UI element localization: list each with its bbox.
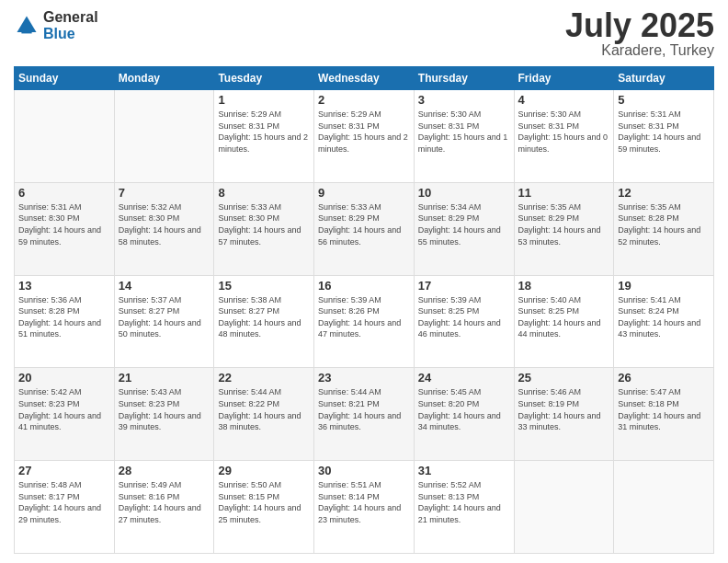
logo-text: General Blue: [43, 9, 98, 41]
day-info: Sunrise: 5:34 AMSunset: 8:29 PMDaylight:…: [418, 201, 510, 247]
day-info: Sunrise: 5:35 AMSunset: 8:28 PMDaylight:…: [618, 201, 710, 247]
day-number: 12: [618, 186, 710, 200]
calendar-cell: [614, 461, 714, 554]
calendar-cell: 5Sunrise: 5:31 AMSunset: 8:31 PMDaylight…: [614, 90, 714, 183]
day-info: Sunrise: 5:46 AMSunset: 8:19 PMDaylight:…: [518, 386, 610, 432]
calendar-day-header: Thursday: [414, 67, 514, 90]
day-number: 4: [518, 93, 610, 107]
day-info: Sunrise: 5:43 AMSunset: 8:23 PMDaylight:…: [119, 386, 210, 432]
calendar-cell: 4Sunrise: 5:30 AMSunset: 8:31 PMDaylight…: [514, 90, 614, 183]
day-number: 5: [618, 93, 710, 107]
day-info: Sunrise: 5:38 AMSunset: 8:27 PMDaylight:…: [218, 294, 310, 340]
logo-general: General: [43, 9, 98, 26]
header: General Blue July 2025 Karadere, Turkey: [14, 9, 714, 59]
day-info: Sunrise: 5:30 AMSunset: 8:31 PMDaylight:…: [418, 109, 510, 155]
day-info: Sunrise: 5:30 AMSunset: 8:31 PMDaylight:…: [518, 109, 610, 155]
calendar-cell: 19Sunrise: 5:41 AMSunset: 8:24 PMDayligh…: [614, 275, 714, 368]
calendar-cell: 21Sunrise: 5:43 AMSunset: 8:23 PMDayligh…: [114, 368, 214, 461]
calendar-week-row: 13Sunrise: 5:36 AMSunset: 8:28 PMDayligh…: [15, 275, 714, 368]
day-info: Sunrise: 5:40 AMSunset: 8:25 PMDaylight:…: [518, 294, 610, 340]
day-number: 14: [119, 279, 210, 293]
day-info: Sunrise: 5:51 AMSunset: 8:14 PMDaylight:…: [318, 479, 410, 525]
day-number: 20: [18, 371, 110, 385]
day-info: Sunrise: 5:41 AMSunset: 8:24 PMDaylight:…: [618, 294, 710, 340]
calendar-day-header: Wednesday: [314, 67, 415, 90]
day-number: 23: [318, 371, 410, 385]
day-info: Sunrise: 5:29 AMSunset: 8:31 PMDaylight:…: [318, 109, 410, 155]
calendar-header-row: SundayMondayTuesdayWednesdayThursdayFrid…: [15, 67, 714, 90]
logo: General Blue: [14, 9, 98, 41]
day-info: Sunrise: 5:45 AMSunset: 8:20 PMDaylight:…: [418, 386, 510, 432]
day-info: Sunrise: 5:42 AMSunset: 8:23 PMDaylight:…: [18, 386, 110, 432]
calendar-day-header: Monday: [114, 67, 214, 90]
day-info: Sunrise: 5:35 AMSunset: 8:29 PMDaylight:…: [518, 201, 610, 247]
calendar-week-row: 20Sunrise: 5:42 AMSunset: 8:23 PMDayligh…: [15, 368, 714, 461]
day-number: 31: [418, 464, 510, 477]
calendar-cell: 7Sunrise: 5:32 AMSunset: 8:30 PMDaylight…: [114, 182, 214, 275]
calendar-week-row: 6Sunrise: 5:31 AMSunset: 8:30 PMDaylight…: [15, 182, 714, 275]
day-info: Sunrise: 5:47 AMSunset: 8:18 PMDaylight:…: [618, 386, 710, 432]
logo-icon: [14, 13, 40, 39]
day-number: 6: [18, 186, 110, 200]
calendar-cell: 1Sunrise: 5:29 AMSunset: 8:31 PMDaylight…: [214, 90, 314, 183]
day-info: Sunrise: 5:49 AMSunset: 8:16 PMDaylight:…: [119, 479, 210, 525]
calendar-day-header: Saturday: [614, 67, 714, 90]
day-info: Sunrise: 5:48 AMSunset: 8:17 PMDaylight:…: [18, 479, 110, 525]
day-number: 7: [119, 186, 210, 200]
day-number: 30: [318, 464, 410, 477]
logo-blue: Blue: [43, 26, 98, 42]
page: General Blue July 2025 Karadere, Turkey …: [0, 0, 728, 563]
day-info: Sunrise: 5:29 AMSunset: 8:31 PMDaylight:…: [218, 109, 310, 155]
day-number: 17: [418, 279, 510, 293]
calendar-cell: 16Sunrise: 5:39 AMSunset: 8:26 PMDayligh…: [314, 275, 415, 368]
day-number: 21: [119, 371, 210, 385]
day-info: Sunrise: 5:33 AMSunset: 8:29 PMDaylight:…: [318, 201, 410, 247]
day-info: Sunrise: 5:44 AMSunset: 8:22 PMDaylight:…: [218, 386, 310, 432]
day-number: 25: [518, 371, 610, 385]
day-info: Sunrise: 5:37 AMSunset: 8:27 PMDaylight:…: [119, 294, 210, 340]
day-number: 26: [618, 371, 710, 385]
day-number: 8: [218, 186, 310, 200]
day-info: Sunrise: 5:32 AMSunset: 8:30 PMDaylight:…: [119, 201, 210, 247]
day-info: Sunrise: 5:31 AMSunset: 8:30 PMDaylight:…: [18, 201, 110, 247]
day-info: Sunrise: 5:52 AMSunset: 8:13 PMDaylight:…: [418, 479, 510, 525]
day-info: Sunrise: 5:31 AMSunset: 8:31 PMDaylight:…: [618, 109, 710, 155]
day-number: 16: [318, 279, 410, 293]
title-block: July 2025 Karadere, Turkey: [565, 9, 714, 59]
calendar-cell: 6Sunrise: 5:31 AMSunset: 8:30 PMDaylight…: [15, 182, 115, 275]
calendar-week-row: 27Sunrise: 5:48 AMSunset: 8:17 PMDayligh…: [15, 461, 714, 554]
day-info: Sunrise: 5:50 AMSunset: 8:15 PMDaylight:…: [218, 479, 310, 525]
calendar-cell: 15Sunrise: 5:38 AMSunset: 8:27 PMDayligh…: [214, 275, 314, 368]
day-number: 13: [18, 279, 110, 293]
day-number: 3: [418, 93, 510, 107]
calendar-cell: 9Sunrise: 5:33 AMSunset: 8:29 PMDaylight…: [314, 182, 415, 275]
day-info: Sunrise: 5:39 AMSunset: 8:25 PMDaylight:…: [418, 294, 510, 340]
calendar-cell: 11Sunrise: 5:35 AMSunset: 8:29 PMDayligh…: [514, 182, 614, 275]
calendar-day-header: Sunday: [15, 67, 115, 90]
calendar-cell: [514, 461, 614, 554]
calendar-cell: [15, 90, 115, 183]
day-number: 27: [18, 464, 110, 477]
day-number: 19: [618, 279, 710, 293]
calendar-cell: 8Sunrise: 5:33 AMSunset: 8:30 PMDaylight…: [214, 182, 314, 275]
day-number: 1: [218, 93, 310, 107]
calendar-cell: 22Sunrise: 5:44 AMSunset: 8:22 PMDayligh…: [214, 368, 314, 461]
calendar-cell: 26Sunrise: 5:47 AMSunset: 8:18 PMDayligh…: [614, 368, 714, 461]
day-number: 10: [418, 186, 510, 200]
calendar-cell: 25Sunrise: 5:46 AMSunset: 8:19 PMDayligh…: [514, 368, 614, 461]
day-number: 11: [518, 186, 610, 200]
location: Karadere, Turkey: [565, 42, 714, 59]
day-number: 24: [418, 371, 510, 385]
day-number: 15: [218, 279, 310, 293]
calendar-day-header: Friday: [514, 67, 614, 90]
calendar-cell: 31Sunrise: 5:52 AMSunset: 8:13 PMDayligh…: [414, 461, 514, 554]
day-number: 29: [218, 464, 310, 477]
calendar-cell: 24Sunrise: 5:45 AMSunset: 8:20 PMDayligh…: [414, 368, 514, 461]
calendar-cell: 2Sunrise: 5:29 AMSunset: 8:31 PMDaylight…: [314, 90, 415, 183]
calendar-cell: 12Sunrise: 5:35 AMSunset: 8:28 PMDayligh…: [614, 182, 714, 275]
calendar-cell: 10Sunrise: 5:34 AMSunset: 8:29 PMDayligh…: [414, 182, 514, 275]
svg-marker-0: [17, 16, 37, 32]
calendar-cell: 18Sunrise: 5:40 AMSunset: 8:25 PMDayligh…: [514, 275, 614, 368]
calendar-cell: 13Sunrise: 5:36 AMSunset: 8:28 PMDayligh…: [15, 275, 115, 368]
svg-rect-1: [21, 30, 31, 33]
